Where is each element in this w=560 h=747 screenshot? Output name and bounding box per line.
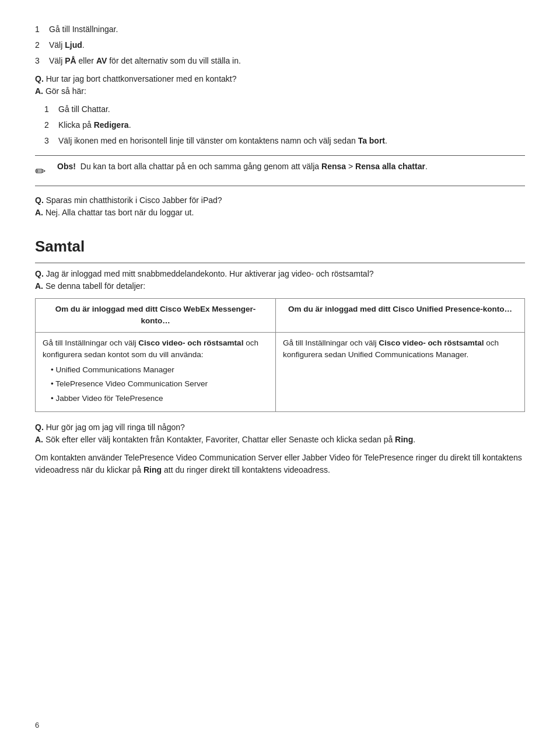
list-item: TelePresence Video Communication Server — [51, 378, 268, 390]
step-2-text: Välj Ljud. — [49, 39, 85, 51]
step-1: 1 Gå till Inställningar. — [35, 23, 525, 36]
list-item: Unified Communications Manager — [51, 364, 268, 376]
step-2-3: 3 Välj ikonen med en horisontell linje t… — [44, 135, 525, 147]
answer-3: A. Se denna tabell för detaljer: — [35, 280, 525, 292]
steps-block-1: 1 Gå till Inställningar. 2 Välj Ljud. 3 … — [35, 23, 525, 67]
list-item: Jabber Video för TelePresence — [51, 393, 268, 404]
obs-text: Obs! Du kan ta bort alla chattar på en o… — [57, 160, 428, 173]
step-2-1-text: Gå till Chattar. — [58, 103, 110, 116]
para-text: Om kontakten använder TelePresence Video… — [35, 452, 525, 476]
step-3: 3 Välj PÅ eller AV för det alternativ so… — [35, 55, 525, 67]
table-col1-header: Om du är inloggad med ditt Cisco WebEx M… — [36, 299, 276, 333]
question-4: Q. Hur gör jag om jag vill ringa till nå… — [35, 421, 525, 434]
qa-block-3: Q. Jag är inloggad med mitt snabbmeddela… — [35, 268, 525, 292]
step-2-1-num: 1 — [44, 103, 58, 116]
section-divider — [35, 263, 525, 263]
step-2-2-num: 2 — [44, 119, 58, 131]
qa-block-1: Q. Hur tar jag bort chattkonversationer … — [35, 73, 525, 97]
step-1-text: Gå till Inställningar. — [49, 23, 118, 36]
step-2: 2 Välj Ljud. — [35, 39, 525, 51]
step-2-1: 1 Gå till Chattar. — [44, 103, 525, 116]
col1-bullet-list: Unified Communications Manager TelePrese… — [43, 364, 268, 404]
answer-1: A. Gör så här: — [35, 85, 525, 97]
answer-4: A. Sök efter eller välj kontakten från K… — [35, 434, 525, 446]
step-2-3-num: 3 — [44, 135, 58, 147]
step-3-text: Välj PÅ eller AV för det alternativ som … — [49, 55, 241, 67]
answer-2: A. Nej. Alla chattar tas bort när du log… — [35, 207, 525, 219]
question-2: Q. Sparas min chatthistorik i Cisco Jabb… — [35, 194, 525, 207]
step-2-num: 2 — [35, 39, 49, 51]
question-3: Q. Jag är inloggad med mitt snabbmeddela… — [35, 268, 525, 280]
obs-icon: ✏ — [35, 162, 51, 181]
step-1-num: 1 — [35, 23, 49, 36]
step-3-num: 3 — [35, 55, 49, 67]
step-2-2-text: Klicka på Redigera. — [58, 119, 131, 131]
obs-block: ✏ Obs! Du kan ta bort alla chattar på en… — [35, 155, 525, 186]
additional-para: Om kontakten använder TelePresence Video… — [35, 452, 525, 476]
qa-block-4: Q. Hur gör jag om jag vill ringa till nå… — [35, 421, 525, 446]
qa-block-2: Q. Sparas min chatthistorik i Cisco Jabb… — [35, 194, 525, 219]
table-col1-body: Gå till Inställningar och välj Cisco vid… — [36, 332, 276, 411]
table-col2-header: Om du är inloggad med ditt Cisco Unified… — [276, 299, 525, 333]
step-2-3-text: Välj ikonen med en horisontell linje til… — [58, 135, 387, 147]
question-1: Q. Hur tar jag bort chattkonversationer … — [35, 73, 525, 85]
section-heading-samtal: Samtal — [35, 235, 525, 258]
step-2-2: 2 Klicka på Redigera. — [44, 119, 525, 131]
table-col2-body: Gå till Inställningar och välj Cisco vid… — [276, 332, 525, 411]
video-call-table: Om du är inloggad med ditt Cisco WebEx M… — [35, 298, 525, 412]
steps-block-2: 1 Gå till Chattar. 2 Klicka på Redigera.… — [35, 103, 525, 147]
